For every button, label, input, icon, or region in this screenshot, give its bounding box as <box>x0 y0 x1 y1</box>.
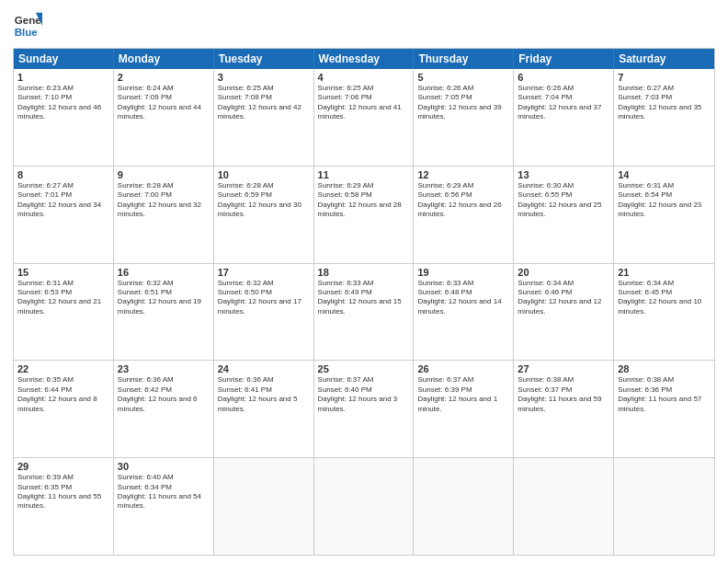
day-info: Sunrise: 6:33 AM Sunset: 6:49 PM Dayligh… <box>318 279 410 317</box>
day-info: Sunrise: 6:26 AM Sunset: 7:04 PM Dayligh… <box>518 84 609 122</box>
day-number: 21 <box>618 267 711 278</box>
calendar-header-row: SundayMondayTuesdayWednesdayThursdayFrid… <box>14 49 714 69</box>
day-number: 3 <box>218 72 310 83</box>
calendar-cell-27: 27Sunrise: 6:38 AM Sunset: 6:37 PM Dayli… <box>514 361 614 457</box>
day-info: Sunrise: 6:35 AM Sunset: 6:44 PM Dayligh… <box>17 375 109 414</box>
day-number: 26 <box>417 363 509 374</box>
day-number: 23 <box>118 363 210 374</box>
calendar-cell-empty <box>214 458 314 555</box>
calendar-cell-1: 1Sunrise: 6:23 AM Sunset: 7:10 PM Daylig… <box>14 69 114 166</box>
day-number: 5 <box>417 72 509 83</box>
calendar-cell-empty <box>614 458 714 555</box>
calendar-cell-15: 15Sunrise: 6:31 AM Sunset: 6:53 PM Dayli… <box>14 264 114 361</box>
calendar-cell-19: 19Sunrise: 6:33 AM Sunset: 6:48 PM Dayli… <box>414 264 514 361</box>
day-info: Sunrise: 6:37 AM Sunset: 6:40 PM Dayligh… <box>318 375 410 414</box>
day-info: Sunrise: 6:27 AM Sunset: 7:01 PM Dayligh… <box>17 181 109 220</box>
calendar-cell-16: 16Sunrise: 6:32 AM Sunset: 6:51 PM Dayli… <box>114 264 214 361</box>
day-number: 17 <box>218 267 310 278</box>
weekday-header-saturday: Saturday <box>614 49 714 69</box>
calendar-cell-30: 30Sunrise: 6:40 AM Sunset: 6:34 PM Dayli… <box>114 458 214 555</box>
day-info: Sunrise: 6:23 AM Sunset: 7:10 PM Dayligh… <box>17 84 109 122</box>
day-number: 27 <box>518 363 609 374</box>
day-info: Sunrise: 6:34 AM Sunset: 6:45 PM Dayligh… <box>618 279 711 317</box>
calendar-row-2: 8Sunrise: 6:27 AM Sunset: 7:01 PM Daylig… <box>14 166 714 263</box>
calendar-cell-empty <box>514 458 614 555</box>
day-info: Sunrise: 6:24 AM Sunset: 7:09 PM Dayligh… <box>118 84 210 122</box>
day-number: 4 <box>318 72 410 83</box>
calendar-cell-9: 9Sunrise: 6:28 AM Sunset: 7:00 PM Daylig… <box>114 167 214 263</box>
calendar-cell-17: 17Sunrise: 6:32 AM Sunset: 6:50 PM Dayli… <box>214 264 314 361</box>
day-number: 25 <box>318 363 410 374</box>
calendar-cell-26: 26Sunrise: 6:37 AM Sunset: 6:39 PM Dayli… <box>414 361 514 457</box>
day-info: Sunrise: 6:40 AM Sunset: 6:34 PM Dayligh… <box>118 473 210 511</box>
weekday-header-monday: Monday <box>114 49 214 69</box>
day-number: 11 <box>318 169 410 180</box>
header: General Blue <box>13 11 715 40</box>
day-number: 1 <box>17 72 109 83</box>
day-number: 2 <box>118 72 210 83</box>
calendar-cell-11: 11Sunrise: 6:29 AM Sunset: 6:58 PM Dayli… <box>314 167 415 263</box>
calendar-cell-20: 20Sunrise: 6:34 AM Sunset: 6:46 PM Dayli… <box>514 264 614 361</box>
day-number: 9 <box>118 169 210 180</box>
day-info: Sunrise: 6:27 AM Sunset: 7:03 PM Dayligh… <box>618 84 711 122</box>
day-number: 12 <box>417 169 509 180</box>
calendar-cell-13: 13Sunrise: 6:30 AM Sunset: 6:55 PM Dayli… <box>514 167 614 263</box>
day-number: 10 <box>218 169 310 180</box>
day-info: Sunrise: 6:38 AM Sunset: 6:36 PM Dayligh… <box>618 375 711 414</box>
calendar-cell-28: 28Sunrise: 6:38 AM Sunset: 6:36 PM Dayli… <box>614 361 714 457</box>
day-number: 7 <box>618 72 711 83</box>
day-info: Sunrise: 6:31 AM Sunset: 6:53 PM Dayligh… <box>17 279 109 317</box>
calendar-cell-empty <box>414 458 514 555</box>
calendar-cell-12: 12Sunrise: 6:29 AM Sunset: 6:56 PM Dayli… <box>414 167 514 263</box>
day-number: 8 <box>17 169 109 180</box>
calendar-cell-4: 4Sunrise: 6:25 AM Sunset: 7:06 PM Daylig… <box>314 69 415 166</box>
calendar-cell-23: 23Sunrise: 6:36 AM Sunset: 6:42 PM Dayli… <box>114 361 214 457</box>
calendar-cell-8: 8Sunrise: 6:27 AM Sunset: 7:01 PM Daylig… <box>14 167 114 263</box>
day-info: Sunrise: 6:38 AM Sunset: 6:37 PM Dayligh… <box>518 375 609 414</box>
day-info: Sunrise: 6:29 AM Sunset: 6:56 PM Dayligh… <box>417 181 509 220</box>
day-info: Sunrise: 6:31 AM Sunset: 6:54 PM Dayligh… <box>618 181 711 220</box>
calendar-cell-5: 5Sunrise: 6:26 AM Sunset: 7:05 PM Daylig… <box>414 69 514 166</box>
day-info: Sunrise: 6:39 AM Sunset: 6:35 PM Dayligh… <box>17 473 109 511</box>
weekday-header-tuesday: Tuesday <box>214 49 314 69</box>
calendar-cell-6: 6Sunrise: 6:26 AM Sunset: 7:04 PM Daylig… <box>514 69 614 166</box>
day-number: 29 <box>17 461 109 472</box>
day-number: 28 <box>618 363 711 374</box>
day-number: 20 <box>518 267 609 278</box>
calendar-cell-24: 24Sunrise: 6:36 AM Sunset: 6:41 PM Dayli… <box>214 361 314 457</box>
calendar-cell-3: 3Sunrise: 6:25 AM Sunset: 7:08 PM Daylig… <box>214 69 314 166</box>
calendar-cell-22: 22Sunrise: 6:35 AM Sunset: 6:44 PM Dayli… <box>14 361 114 457</box>
calendar: SundayMondayTuesdayWednesdayThursdayFrid… <box>13 48 715 556</box>
day-info: Sunrise: 6:32 AM Sunset: 6:50 PM Dayligh… <box>218 279 310 317</box>
calendar-cell-empty <box>314 458 415 555</box>
day-info: Sunrise: 6:25 AM Sunset: 7:08 PM Dayligh… <box>218 84 310 122</box>
calendar-row-3: 15Sunrise: 6:31 AM Sunset: 6:53 PM Dayli… <box>14 263 714 361</box>
day-info: Sunrise: 6:33 AM Sunset: 6:48 PM Dayligh… <box>417 279 509 317</box>
day-number: 6 <box>518 72 609 83</box>
day-info: Sunrise: 6:25 AM Sunset: 7:06 PM Dayligh… <box>318 84 410 122</box>
day-info: Sunrise: 6:37 AM Sunset: 6:39 PM Dayligh… <box>417 375 509 414</box>
day-info: Sunrise: 6:30 AM Sunset: 6:55 PM Dayligh… <box>518 181 609 220</box>
day-number: 13 <box>518 169 609 180</box>
calendar-row-1: 1Sunrise: 6:23 AM Sunset: 7:10 PM Daylig… <box>14 69 714 166</box>
day-number: 30 <box>118 461 210 472</box>
calendar-cell-10: 10Sunrise: 6:28 AM Sunset: 6:59 PM Dayli… <box>214 167 314 263</box>
day-number: 24 <box>218 363 310 374</box>
calendar-cell-7: 7Sunrise: 6:27 AM Sunset: 7:03 PM Daylig… <box>614 69 714 166</box>
day-number: 22 <box>17 363 109 374</box>
calendar-cell-25: 25Sunrise: 6:37 AM Sunset: 6:40 PM Dayli… <box>314 361 415 457</box>
calendar-cell-29: 29Sunrise: 6:39 AM Sunset: 6:35 PM Dayli… <box>14 458 114 555</box>
day-info: Sunrise: 6:28 AM Sunset: 6:59 PM Dayligh… <box>218 181 310 220</box>
day-number: 14 <box>618 169 711 180</box>
calendar-body: 1Sunrise: 6:23 AM Sunset: 7:10 PM Daylig… <box>14 69 714 555</box>
day-info: Sunrise: 6:32 AM Sunset: 6:51 PM Dayligh… <box>118 279 210 317</box>
weekday-header-thursday: Thursday <box>414 49 514 69</box>
svg-text:Blue: Blue <box>15 27 39 38</box>
day-info: Sunrise: 6:26 AM Sunset: 7:05 PM Dayligh… <box>417 84 509 122</box>
logo: General Blue <box>13 11 42 40</box>
day-number: 18 <box>318 267 410 278</box>
calendar-row-5: 29Sunrise: 6:39 AM Sunset: 6:35 PM Dayli… <box>14 457 714 555</box>
weekday-header-friday: Friday <box>514 49 614 69</box>
calendar-row-4: 22Sunrise: 6:35 AM Sunset: 6:44 PM Dayli… <box>14 360 714 457</box>
calendar-cell-18: 18Sunrise: 6:33 AM Sunset: 6:49 PM Dayli… <box>314 264 415 361</box>
